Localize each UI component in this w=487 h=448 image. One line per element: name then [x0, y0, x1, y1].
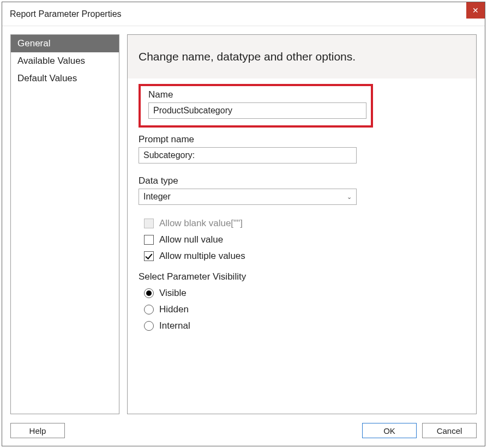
allow-blank-label: Allow blank value[""]	[159, 218, 243, 229]
visibility-label: Select Parameter Visibility	[139, 271, 465, 282]
prompt-label: Prompt name	[139, 134, 465, 145]
allow-null-label: Allow null value	[159, 234, 223, 245]
content-panel: Change name, datatype and other options.…	[127, 34, 477, 414]
titlebar: Report Parameter Properties ✕	[2, 2, 485, 26]
visibility-hidden-radio[interactable]	[144, 305, 154, 314]
visibility-option-label: Internal	[159, 320, 190, 331]
visibility-option-label: Visible	[159, 288, 187, 299]
dialog-footer: Help OK Cancel	[2, 420, 485, 446]
content-body: Name Prompt name Data type Integer ⌄ All…	[128, 78, 476, 348]
allow-multiple-checkbox[interactable]	[144, 251, 154, 261]
datatype-value: Integer	[143, 192, 171, 202]
chevron-down-icon: ⌄	[347, 193, 352, 201]
visibility-internal-row: Internal	[144, 320, 465, 331]
dialog-body: General Available Values Default Values …	[2, 26, 485, 420]
help-button[interactable]: Help	[10, 423, 65, 438]
visibility-hidden-row: Hidden	[144, 304, 465, 315]
datatype-select[interactable]: Integer ⌄	[139, 189, 357, 205]
sidebar-item-general[interactable]: General	[11, 35, 119, 52]
dialog-title: Report Parameter Properties	[10, 9, 122, 19]
prompt-input[interactable]	[139, 147, 357, 164]
allow-blank-checkbox	[144, 219, 154, 228]
content-header: Change name, datatype and other options.	[128, 35, 476, 78]
allow-null-checkbox[interactable]	[144, 235, 154, 245]
sidebar-item-label: Available Values	[17, 56, 85, 66]
visibility-option-label: Hidden	[159, 304, 189, 315]
visibility-internal-radio[interactable]	[144, 321, 154, 331]
close-icon: ✕	[472, 6, 479, 15]
close-button[interactable]: ✕	[466, 2, 485, 19]
dialog-window: Report Parameter Properties ✕ General Av…	[2, 2, 485, 446]
sidebar-item-available-values[interactable]: Available Values	[11, 52, 119, 70]
allow-multiple-label: Allow multiple values	[159, 251, 245, 262]
sidebar-item-label: General	[17, 38, 50, 49]
allow-null-row: Allow null value	[144, 234, 465, 245]
visibility-visible-radio[interactable]	[144, 288, 154, 298]
allow-blank-row: Allow blank value[""]	[144, 218, 465, 229]
sidebar: General Available Values Default Values	[10, 34, 119, 414]
sidebar-item-label: Default Values	[17, 73, 77, 83]
name-label: Name	[148, 89, 363, 100]
ok-button[interactable]: OK	[362, 423, 417, 438]
cancel-button[interactable]: Cancel	[422, 423, 477, 438]
visibility-visible-row: Visible	[144, 288, 465, 299]
sidebar-item-default-values[interactable]: Default Values	[11, 70, 119, 87]
allow-multiple-row: Allow multiple values	[144, 251, 465, 262]
name-highlight-box: Name	[139, 84, 373, 128]
name-input[interactable]	[148, 102, 366, 119]
datatype-label: Data type	[139, 175, 465, 186]
